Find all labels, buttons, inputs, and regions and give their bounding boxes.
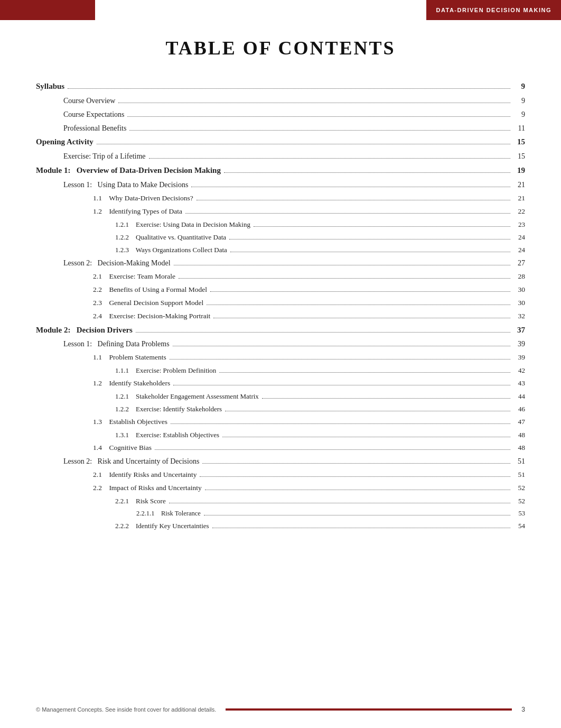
- toc-item-page: 9: [513, 79, 525, 94]
- toc-item: Opening Activity15: [36, 135, 525, 150]
- toc-dots: [213, 318, 510, 318]
- toc-item-page: 47: [513, 416, 525, 429]
- toc-item-label: 2.2.2 Identify Key Uncertainties: [115, 520, 209, 532]
- toc-item: 1.2.1 Exercise: Using Data in Decision M…: [36, 218, 525, 231]
- toc-item-label: 1.2.1 Stakeholder Engagement Assessment …: [115, 390, 259, 403]
- toc-item-label: 1.1 Why Data-Driven Decisions?: [93, 192, 193, 205]
- toc-dots: [136, 332, 510, 333]
- toc-item: 2.3 General Decision Support Model30: [36, 297, 525, 310]
- toc-item-page: 21: [513, 178, 525, 192]
- toc-item: Lesson 2: Risk and Uncertainty of Decisi…: [36, 455, 525, 468]
- toc-item-label: Course Overview: [63, 94, 115, 108]
- toc-item-label: Module 2: Decision Drivers: [36, 323, 133, 338]
- toc-item-label: 1.2.2 Qualitative vs. Quantitative Data: [115, 231, 226, 244]
- toc-item-label: Lesson 1: Using Data to Make Decisions: [63, 178, 188, 192]
- toc-item: 2.1 Exercise: Team Morale28: [36, 270, 525, 283]
- toc-item-label: 1.1.1 Exercise: Problem Definition: [115, 364, 216, 377]
- toc-dots: [191, 187, 510, 187]
- toc-item: 1.1 Why Data-Driven Decisions?21: [36, 192, 525, 205]
- toc-dots: [230, 252, 510, 252]
- toc-item-page: 24: [513, 231, 525, 244]
- toc-item-page: 30: [513, 283, 525, 297]
- toc-item: Course Expectations9: [36, 108, 525, 122]
- toc-dots: [129, 130, 510, 131]
- toc-item-page: 37: [513, 323, 525, 338]
- toc-item-page: 54: [513, 520, 525, 532]
- toc-item-page: 9: [513, 108, 525, 122]
- toc-item-label: Exercise: Trip of a Lifetime: [63, 150, 146, 163]
- toc-item-label: Module 1: Overview of Data-Driven Decisi…: [36, 163, 221, 178]
- toc-item-label: 2.4 Exercise: Decision-Making Portrait: [93, 310, 210, 323]
- toc-item-page: 19: [513, 163, 525, 178]
- toc-item-page: 39: [513, 337, 525, 351]
- toc-item-page: 46: [513, 403, 525, 416]
- toc-dots: [149, 158, 510, 159]
- toc-item: Lesson 1: Defining Data Problems39: [36, 337, 525, 351]
- toc-item-label: 2.2 Impact of Risks and Uncertainty: [93, 482, 202, 495]
- footer-bar: [226, 708, 512, 711]
- toc-item: Module 1: Overview of Data-Driven Decisi…: [36, 163, 525, 178]
- toc-dots: [222, 437, 510, 437]
- toc-item-page: 22: [513, 205, 525, 218]
- toc-dots: [171, 423, 510, 424]
- toc-item-page: 15: [513, 150, 525, 163]
- toc-item-page: 48: [513, 441, 525, 455]
- toc-dots: [262, 398, 510, 399]
- toc-item-label: Opening Activity: [36, 135, 94, 150]
- toc-item: 1.2.3 Ways Organizations Collect Data24: [36, 244, 525, 256]
- footer: © Management Concepts. See inside front …: [0, 706, 561, 713]
- toc-item-page: 44: [513, 390, 525, 403]
- toc-item-label: 1.3 Establish Objectives: [93, 416, 167, 429]
- toc-item-label: 1.2.1 Exercise: Using Data in Decision M…: [115, 218, 250, 231]
- toc-item: 1.2 Identify Stakeholders43: [36, 377, 525, 390]
- toc-item-label: Professional Benefits: [63, 122, 126, 135]
- toc-item: Exercise: Trip of a Lifetime15: [36, 150, 525, 163]
- toc-item: 2.2.2 Identify Key Uncertainties54: [36, 520, 525, 532]
- toc-dots: [205, 490, 510, 490]
- toc-item: 1.1.1 Exercise: Problem Definition42: [36, 364, 525, 377]
- toc-item-label: Lesson 1: Defining Data Problems: [63, 337, 170, 351]
- toc-item-label: Lesson 2: Risk and Uncertainty of Decisi…: [63, 455, 199, 468]
- toc-dots: [197, 200, 510, 200]
- toc-item: Lesson 2: Decision-Making Model27: [36, 256, 525, 270]
- toc-item-page: 30: [513, 297, 525, 310]
- toc-item-label: Lesson 2: Decision-Making Model: [63, 256, 171, 270]
- toc-item: 2.2 Impact of Risks and Uncertainty52: [36, 482, 525, 495]
- toc-item-page: 42: [513, 364, 525, 377]
- toc-dots: [185, 213, 510, 214]
- toc-dots: [204, 515, 510, 515]
- toc-dots: [170, 359, 510, 360]
- toc-item-page: 21: [513, 192, 525, 205]
- toc-item: Module 2: Decision Drivers37: [36, 323, 525, 338]
- toc-item: Lesson 1: Using Data to Make Decisions21: [36, 178, 525, 192]
- toc-item: 1.3 Establish Objectives47: [36, 416, 525, 429]
- toc-item-page: 52: [513, 482, 525, 495]
- toc-dots: [224, 172, 510, 173]
- toc-dots: [202, 463, 510, 464]
- toc-item-label: 1.2 Identifying Types of Data: [93, 205, 182, 218]
- toc-dots: [219, 372, 510, 373]
- toc-item: 1.1 Problem Statements39: [36, 351, 525, 364]
- toc-dots: [210, 291, 510, 292]
- toc-dots: [155, 449, 510, 450]
- toc-dots: [118, 103, 510, 103]
- toc-item: 1.4 Cognitive Bias48: [36, 441, 525, 455]
- toc-item-page: 27: [513, 256, 525, 270]
- toc-item-label: 2.1 Identify Risks and Uncertainty: [93, 468, 197, 482]
- table-of-contents: Syllabus9Course Overview9Course Expectat…: [0, 79, 561, 532]
- toc-item: Course Overview9: [36, 94, 525, 108]
- toc-item-page: 23: [513, 218, 525, 231]
- toc-item-label: 2.2.1 Risk Score: [115, 495, 166, 508]
- toc-item-page: 48: [513, 429, 525, 441]
- footer-copyright: © Management Concepts. See inside front …: [36, 706, 216, 713]
- toc-item-page: 28: [513, 270, 525, 283]
- toc-item-page: 39: [513, 351, 525, 364]
- toc-item: 1.2.2 Exercise: Identify Stakeholders46: [36, 403, 525, 416]
- toc-item-label: 1.2.3 Ways Organizations Collect Data: [115, 244, 227, 256]
- toc-item: 1.2.2 Qualitative vs. Quantitative Data2…: [36, 231, 525, 244]
- toc-item-label: Syllabus: [36, 79, 64, 94]
- toc-item-label: 1.2.2 Exercise: Identify Stakeholders: [115, 403, 222, 416]
- toc-dots: [179, 278, 510, 279]
- toc-item-page: 52: [513, 495, 525, 508]
- toc-item-label: 2.2.1.1 Risk Tolerance: [136, 508, 201, 520]
